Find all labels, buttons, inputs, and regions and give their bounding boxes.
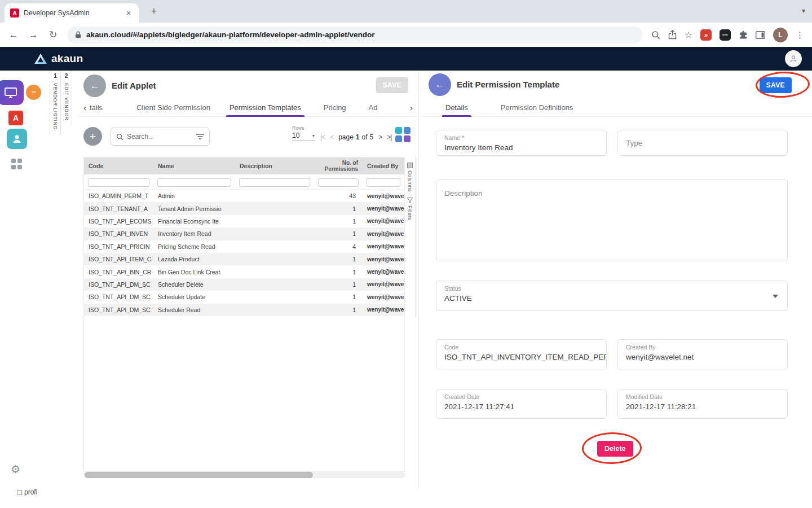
- created-date-label: Created Date: [436, 389, 606, 400]
- extensions-puzzle-icon[interactable]: [739, 30, 748, 40]
- panel-title: Edit Permission Template: [457, 80, 559, 89]
- dark-extension-icon[interactable]: ⋯: [720, 29, 731, 41]
- table-row[interactable]: ISO_TNT_TENANT_ATenant Admin Permissio1w…: [84, 202, 404, 214]
- next-page-icon[interactable]: >: [378, 133, 382, 141]
- workspace-tab-label: EDIT VENDOR: [64, 83, 69, 121]
- table-side-strip: Columns Filters: [405, 157, 416, 318]
- lock-icon[interactable]: [75, 31, 81, 38]
- status-value: ACTIVE: [436, 292, 787, 303]
- columns-panel-toggle[interactable]: Columns: [407, 170, 413, 192]
- red-extension-icon[interactable]: »: [700, 29, 712, 41]
- browser-profile-avatar[interactable]: L: [773, 28, 788, 42]
- grid-view-icon[interactable]: [395, 126, 412, 143]
- table-row[interactable]: ISO_TNT_API_ECOMSFinancial Ecomsync Ite1…: [84, 215, 404, 227]
- browser-tab[interactable]: A Developer SysAdmin ×: [5, 3, 139, 23]
- name-field[interactable]: Name * Inventory Item Read: [436, 130, 607, 156]
- description-field[interactable]: Description: [436, 179, 788, 261]
- forward-nav-icon[interactable]: →: [28, 29, 39, 41]
- toolbar-icons: ☆ » ⋯ L ⋮: [651, 28, 804, 42]
- tab-permission-definitions[interactable]: Permission Definitions: [501, 99, 573, 117]
- column-header-description[interactable]: Description: [235, 163, 314, 169]
- filters-funnel-icon[interactable]: [407, 198, 413, 203]
- new-tab-button[interactable]: +: [147, 4, 161, 19]
- table-filter-row: [84, 174, 404, 190]
- acrobat-icon[interactable]: A: [8, 111, 23, 125]
- hamburger-icon: ≡: [31, 88, 36, 97]
- gear-icon[interactable]: ⚙: [11, 463, 20, 476]
- delete-button[interactable]: Delete: [597, 441, 633, 457]
- type-field[interactable]: Type: [617, 130, 788, 156]
- created-date-field[interactable]: Created Date 2021-12-17 11:27:41: [436, 389, 607, 419]
- scrollbar-thumb[interactable]: [85, 472, 313, 478]
- tabs-scroll-left-icon[interactable]: ‹: [83, 103, 86, 112]
- table-row[interactable]: ISO_TNT_API_ITEM_CLazada Product1wenyit@…: [84, 253, 404, 265]
- url-bar[interactable]: akaun.cloud/#/applets/bigledger/akaun-pl…: [67, 27, 643, 43]
- search-box[interactable]: [111, 128, 210, 146]
- tab-details-partial[interactable]: tails: [90, 99, 103, 117]
- column-header-code[interactable]: Code: [84, 163, 153, 169]
- akaun-logo-text: akaun: [51, 52, 83, 65]
- workspace-tab-edit-vendor[interactable]: 2 EDIT VENDOR: [61, 71, 72, 125]
- tab-permission-templates[interactable]: Permission Templates: [230, 99, 301, 117]
- horizontal-scrollbar[interactable]: [83, 472, 405, 478]
- reload-icon[interactable]: ↻: [47, 29, 59, 41]
- back-button[interactable]: ←: [429, 73, 451, 96]
- applet-monitor-tile[interactable]: [0, 80, 24, 105]
- table-row[interactable]: ISO_TNT_API_DM_SCScheduler Update1wenyit…: [84, 291, 404, 303]
- save-button-disabled[interactable]: SAVE: [376, 77, 408, 93]
- tab-list-chevron-icon[interactable]: ▾: [802, 7, 805, 15]
- profile-truncated-label: profi: [17, 488, 37, 496]
- filter-code-input[interactable]: [88, 178, 149, 187]
- zoom-icon[interactable]: [651, 30, 660, 40]
- filter-name-input[interactable]: [157, 178, 231, 187]
- column-header-name[interactable]: Name: [153, 163, 235, 169]
- status-select[interactable]: Status ACTIVE: [436, 281, 788, 311]
- back-nav-icon[interactable]: ←: [8, 29, 19, 41]
- name-value: Inventory Item Read: [436, 141, 606, 152]
- save-button[interactable]: SAVE: [760, 77, 792, 93]
- table-row[interactable]: ISO_TNT_API_BIN_CRBin Gen Doc Link Creat…: [84, 265, 404, 278]
- tabs-scroll-right-icon[interactable]: ›: [410, 103, 413, 112]
- caret-down-icon: ▾: [312, 133, 315, 138]
- filters-panel-toggle[interactable]: Filters: [407, 205, 413, 220]
- table-row[interactable]: ISO_TNT_API_INVENInventory Item Read1wen…: [84, 227, 404, 240]
- back-button[interactable]: ←: [83, 75, 106, 97]
- workspace-tab-number: 2: [65, 71, 68, 79]
- table-row[interactable]: ISO_TNT_API_PRICINPricing Scheme Read4we…: [84, 240, 404, 253]
- columns-icon[interactable]: [407, 163, 413, 168]
- tab-details[interactable]: Details: [445, 99, 468, 117]
- tab-close-icon[interactable]: ×: [124, 8, 133, 17]
- search-input[interactable]: [127, 133, 193, 141]
- tab-pricing[interactable]: Pricing: [324, 99, 346, 117]
- table-toolbar: + Rows 10 ▾: [79, 125, 417, 148]
- filter-list-icon[interactable]: [196, 134, 204, 139]
- tab-client-side-permission[interactable]: Client Side Permission: [136, 99, 210, 117]
- table-row[interactable]: ISO_ADMIN_PERM_TAdmin43wenyit@wave: [84, 190, 404, 202]
- sidebar-toggle-button[interactable]: ≡: [26, 85, 41, 100]
- bookmark-star-icon[interactable]: ☆: [685, 29, 692, 40]
- rows-per-page-select[interactable]: Rows 10 ▾: [292, 125, 315, 141]
- filter-description-input[interactable]: [239, 178, 310, 187]
- add-button[interactable]: +: [83, 127, 102, 146]
- code-field[interactable]: Code ISO_TNT_API_INVENTORY_ITEM_READ_PER…: [436, 339, 607, 370]
- share-icon[interactable]: [668, 30, 677, 40]
- filter-created-by-input[interactable]: [367, 178, 400, 187]
- created-by-field[interactable]: Created By wenyit@wavelet.net: [617, 339, 788, 370]
- column-header-created-by[interactable]: Created By: [363, 163, 404, 169]
- user-applet-icon[interactable]: [7, 129, 27, 149]
- akaun-logo-icon: [34, 53, 47, 64]
- table-row[interactable]: ISO_TNT_API_DM_SCScheduler Read1wenyit@w…: [84, 304, 404, 316]
- column-header-permissions[interactable]: No. of Permissions: [314, 160, 363, 173]
- side-panel-icon[interactable]: [756, 31, 765, 39]
- browser-menu-icon[interactable]: ⋮: [796, 30, 804, 40]
- profile-icon[interactable]: [785, 50, 802, 67]
- first-page-icon[interactable]: |<: [320, 133, 325, 141]
- modified-date-field[interactable]: Modified Date 2021-12-17 11:28:21: [617, 389, 788, 419]
- apps-grid-icon[interactable]: [11, 159, 23, 170]
- last-page-icon[interactable]: >|: [387, 133, 391, 141]
- table-row[interactable]: ISO_TNT_API_DM_SCScheduler Delete1wenyit…: [84, 278, 404, 291]
- tab-advanced-partial[interactable]: Ad: [369, 99, 378, 117]
- prev-page-icon[interactable]: <: [330, 133, 333, 141]
- filter-permissions-input[interactable]: [318, 178, 359, 187]
- workspace-tab-vendor-listing[interactable]: 1 VENDOR LISTING: [50, 71, 61, 134]
